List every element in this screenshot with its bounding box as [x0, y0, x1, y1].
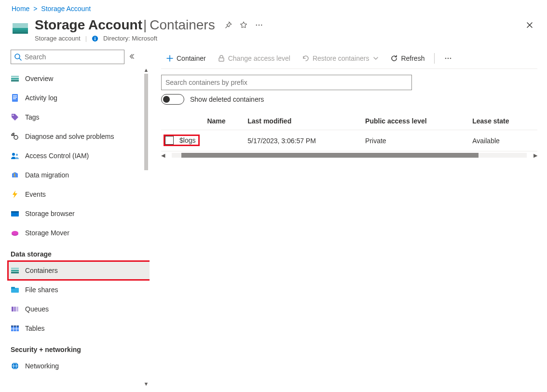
sidebar-search[interactable] — [11, 50, 124, 64]
sidebar-item-label: Access Control (IAM) — [25, 152, 89, 160]
sidebar-item-storage-mover[interactable]: Storage Mover — [8, 223, 150, 243]
sidebar-item-tables[interactable]: Tables — [8, 319, 150, 338]
svg-rect-27 — [11, 270, 19, 271]
resource-type-label: Storage account — [35, 35, 81, 42]
svg-point-20 — [12, 153, 15, 156]
svg-rect-3 — [13, 32, 28, 34]
directory-label: Directory: Microsoft — [103, 35, 157, 42]
sidebar-item-containers[interactable]: Containers — [8, 261, 150, 280]
svg-point-4 — [256, 25, 257, 26]
toggle-knob — [163, 96, 170, 103]
star-icon[interactable] — [239, 21, 248, 29]
svg-rect-0 — [13, 23, 28, 28]
sidebar-section-data-storage: Data storage — [8, 243, 150, 261]
svg-rect-2 — [13, 30, 28, 32]
col-name[interactable]: Name — [203, 112, 244, 130]
svg-rect-33 — [16, 307, 18, 311]
sidebar-item-storage-browser[interactable]: Storage browser — [8, 204, 150, 223]
sidebar-item-queues[interactable]: Queues — [8, 299, 150, 319]
pin-icon[interactable] — [224, 21, 232, 29]
sidebar-item-data-migration[interactable]: Data migration — [8, 165, 150, 185]
collapse-sidebar-button[interactable] — [128, 53, 135, 61]
col-lease-state[interactable]: Lease state — [468, 112, 537, 130]
svg-point-43 — [445, 57, 447, 59]
breadcrumb-current[interactable]: Storage Account — [41, 5, 91, 13]
sidebar-item-activity-log[interactable]: Activity log — [8, 88, 150, 108]
cell-lease-state: Available — [468, 130, 537, 151]
svg-rect-35 — [11, 325, 19, 327]
plus-icon — [166, 54, 174, 62]
svg-rect-8 — [95, 38, 96, 40]
container-name[interactable]: $logs — [179, 136, 195, 144]
svg-point-25 — [12, 231, 18, 235]
cell-public-access: Private — [361, 130, 468, 151]
containers-icon — [11, 266, 19, 275]
scroll-down-icon[interactable]: ▼ — [144, 381, 149, 387]
networking-icon — [11, 362, 19, 370]
sidebar-item-overview[interactable]: Overview — [8, 69, 150, 88]
horizontal-scrollbar[interactable]: ◀ ▶ — [161, 151, 537, 159]
table-header-row: Name Last modified Public access level L… — [161, 112, 537, 130]
close-button[interactable] — [526, 21, 533, 30]
svg-rect-13 — [11, 80, 19, 81]
sidebar-section-security: Security + networking — [8, 338, 150, 356]
sidebar-item-events[interactable]: Events — [8, 185, 150, 204]
sidebar-item-label: File shares — [25, 286, 58, 294]
svg-rect-31 — [12, 307, 14, 311]
show-deleted-toggle[interactable] — [161, 94, 184, 105]
svg-point-44 — [448, 57, 449, 59]
svg-rect-16 — [13, 97, 17, 98]
scroll-up-icon[interactable]: ▲ — [144, 67, 149, 73]
lock-icon — [218, 54, 225, 62]
more-icon[interactable] — [255, 21, 263, 29]
new-container-button[interactable]: Container — [161, 48, 211, 68]
storage-mover-icon — [11, 229, 19, 237]
svg-rect-32 — [14, 307, 16, 311]
restore-icon — [302, 54, 310, 62]
row-checkbox[interactable] — [165, 136, 174, 145]
cell-last-modified: 5/17/2023, 3:06:57 PM — [244, 130, 361, 151]
sidebar-item-iam[interactable]: Access Control (IAM) — [8, 146, 150, 165]
more-icon — [444, 54, 452, 62]
sidebar-item-label: Tags — [25, 113, 40, 121]
scroll-right-icon[interactable]: ▶ — [533, 152, 537, 159]
main-content: Container Change access level Restore co… — [150, 48, 547, 387]
svg-point-6 — [261, 25, 262, 26]
sidebar-item-tags[interactable]: Tags — [8, 108, 150, 127]
col-public-access[interactable]: Public access level — [361, 112, 468, 130]
sidebar-item-label: Events — [25, 190, 46, 198]
sidebar-search-input[interactable] — [24, 53, 121, 61]
svg-rect-15 — [13, 95, 17, 96]
iam-icon — [11, 151, 19, 160]
svg-rect-9 — [95, 37, 96, 38]
sidebar-item-label: Tables — [25, 324, 44, 332]
svg-point-18 — [13, 115, 14, 116]
command-separator — [434, 53, 435, 64]
col-last-modified[interactable]: Last modified — [244, 112, 361, 130]
diagnose-icon — [11, 132, 19, 141]
refresh-button[interactable]: Refresh — [385, 48, 429, 68]
sidebar-scrollbar[interactable]: ▲ ▼ — [143, 67, 150, 387]
queues-icon — [11, 305, 19, 313]
svg-rect-17 — [13, 98, 16, 99]
chevron-right-icon: > — [33, 5, 37, 13]
migration-icon — [11, 171, 19, 179]
svg-rect-11 — [11, 76, 19, 78]
sidebar-item-networking[interactable]: Networking — [8, 356, 150, 376]
show-deleted-label: Show deleted containers — [190, 95, 264, 103]
svg-rect-26 — [11, 268, 19, 270]
scroll-left-icon[interactable]: ◀ — [161, 152, 165, 159]
sidebar-item-file-shares[interactable]: File shares — [8, 280, 150, 299]
table-row[interactable]: $logs 5/17/2023, 3:06:57 PM Private Avai… — [161, 130, 537, 151]
storage-account-icon — [12, 20, 29, 38]
sidebar-item-diagnose[interactable]: Diagnose and solve problems — [8, 127, 150, 146]
more-commands-button[interactable] — [439, 48, 457, 68]
activity-log-icon — [11, 94, 19, 102]
svg-point-45 — [450, 57, 451, 59]
breadcrumb-home[interactable]: Home — [12, 5, 29, 13]
scroll-thumb[interactable] — [144, 74, 148, 170]
scroll-thumb[interactable] — [181, 153, 479, 158]
container-search-input[interactable] — [161, 75, 412, 90]
page-title: Storage Account — [35, 17, 142, 33]
svg-rect-30 — [11, 287, 15, 289]
